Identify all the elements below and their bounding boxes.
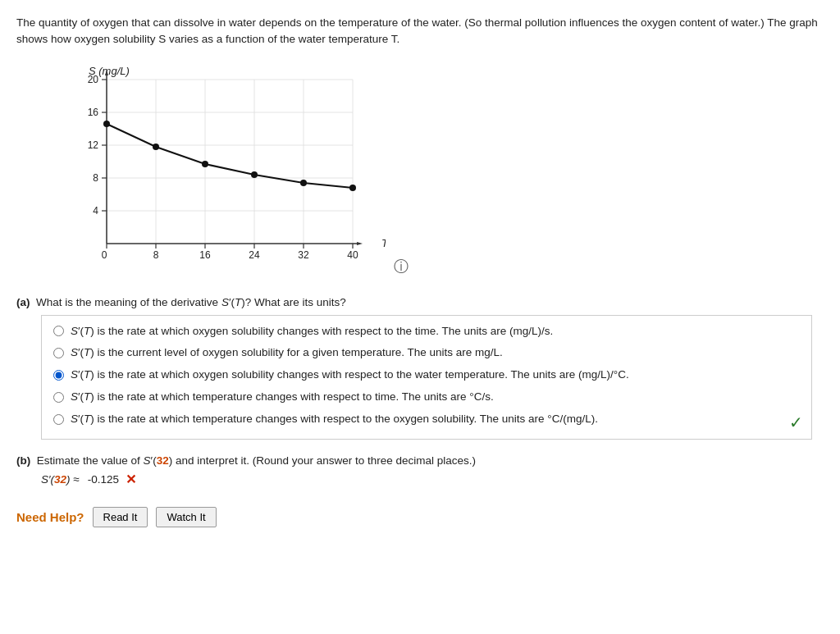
read-it-button[interactable]: Read It [93, 507, 148, 527]
need-help-label: Need Help? [16, 510, 84, 524]
option-3-text: S′(T) is the rate at which oxygen solubi… [71, 367, 629, 383]
part-b-block: (b) Estimate the value of S′(32) and int… [16, 454, 824, 487]
svg-text:T (°C): T (°C) [381, 237, 386, 249]
svg-text:8: 8 [153, 249, 159, 261]
correct-checkmark: ✓ [789, 413, 803, 432]
part-b-answer-row: S′(32) ≈ -0.125 ✕ [41, 472, 824, 487]
part-a-question: (a) What is the meaning of the derivativ… [16, 296, 824, 308]
svg-text:24: 24 [249, 249, 260, 261]
svg-point-36 [103, 121, 110, 127]
option-3-row: S′(T) is the rate at which oxygen solubi… [53, 367, 800, 383]
intro-text: The quantity of oxygen that can dissolve… [16, 15, 820, 48]
need-help-section: Need Help? Read It Watch It [16, 507, 824, 527]
option-2-text: S′(T) is the current level of oxygen sol… [71, 345, 503, 361]
svg-marker-42 [357, 242, 363, 245]
svg-text:12: 12 [88, 139, 99, 151]
svg-point-40 [300, 180, 307, 186]
graph-container: S (mg/L) 0 8 [41, 63, 824, 276]
option-4-text: S′(T) is the rate at which temperature c… [71, 390, 494, 405]
svg-point-37 [153, 144, 159, 150]
svg-point-38 [202, 161, 208, 167]
option-5-text: S′(T) is the rate at which temperature c… [71, 412, 598, 427]
option-1-text: S′(T) is the rate at which oxygen solubi… [71, 324, 553, 340]
svg-text:4: 4 [93, 205, 98, 217]
part-b-question: (b) Estimate the value of S′(32) and int… [16, 454, 824, 467]
part-a-block: (a) What is the meaning of the derivativ… [16, 296, 824, 440]
svg-text:20: 20 [88, 74, 99, 85]
watch-it-button[interactable]: Watch It [156, 507, 216, 527]
info-icon[interactable]: ⓘ [394, 257, 409, 276]
svg-point-39 [251, 171, 258, 178]
option-4-radio[interactable] [53, 392, 64, 403]
part-b-answer-prefix: S′(32) ≈ [41, 473, 80, 486]
svg-text:32: 32 [298, 249, 309, 261]
option-4-row: S′(T) is the rate at which temperature c… [53, 390, 800, 405]
incorrect-mark: ✕ [126, 472, 136, 487]
svg-text:8: 8 [93, 172, 98, 184]
option-2-row: S′(T) is the current level of oxygen sol… [53, 345, 800, 361]
options-box: S′(T) is the rate at which oxygen solubi… [41, 315, 812, 440]
graph-svg: S (mg/L) 0 8 [41, 63, 386, 276]
svg-point-41 [349, 185, 356, 191]
option-1-radio[interactable] [53, 326, 64, 336]
option-3-radio[interactable] [53, 370, 64, 381]
svg-text:0: 0 [102, 249, 107, 261]
option-2-radio[interactable] [53, 348, 64, 358]
graph-area: S (mg/L) 0 8 [41, 63, 386, 276]
option-5-radio[interactable] [53, 414, 64, 425]
part-b-answer-value: -0.125 [88, 473, 119, 486]
option-5-row: S′(T) is the rate at which temperature c… [53, 412, 800, 427]
svg-text:40: 40 [347, 249, 358, 261]
svg-text:16: 16 [88, 107, 99, 118]
option-1-row: S′(T) is the rate at which oxygen solubi… [53, 324, 800, 340]
svg-text:16: 16 [199, 249, 211, 261]
